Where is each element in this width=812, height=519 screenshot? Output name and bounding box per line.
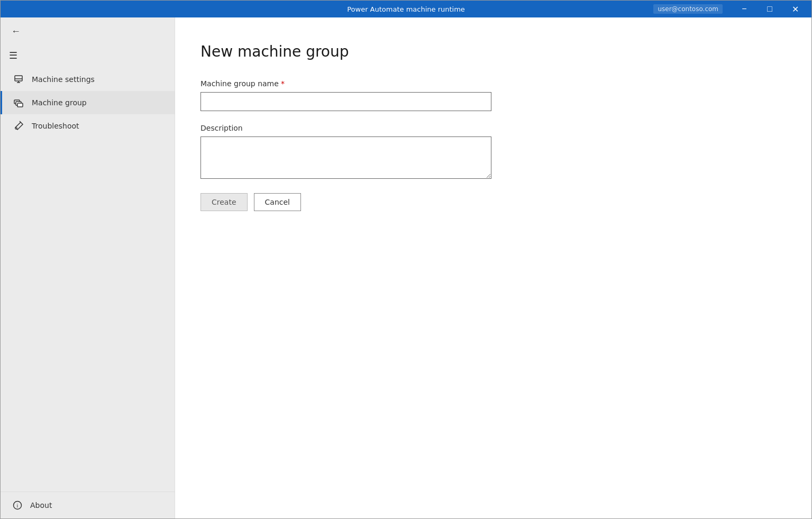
back-button[interactable]: ← <box>9 24 23 39</box>
description-field-group: Description <box>200 124 786 180</box>
machine-group-name-field-group: Machine group name* <box>200 79 786 111</box>
sidebar-item-machine-settings[interactable]: Machine settings <box>1 68 175 91</box>
sidebar-top: ← <box>1 17 175 45</box>
about-item[interactable]: i About <box>11 500 164 510</box>
back-icon: ← <box>11 26 21 37</box>
cancel-button[interactable]: Cancel <box>254 193 301 211</box>
sidebar-item-troubleshoot[interactable]: Troubleshoot <box>1 114 175 138</box>
create-button[interactable]: Create <box>200 193 248 211</box>
sidebar-nav: Machine settings Machine group <box>1 66 175 491</box>
about-label: About <box>30 501 52 509</box>
description-input[interactable] <box>200 136 491 179</box>
svg-text:i: i <box>17 503 19 508</box>
sidebar-item-machine-group[interactable]: Machine group <box>1 91 175 114</box>
titlebar-title: Power Automate machine runtime <box>272 5 540 13</box>
machine-group-name-input[interactable] <box>200 92 491 111</box>
page-title: New machine group <box>200 43 786 60</box>
svg-line-8 <box>20 121 21 122</box>
app-body: ← ☰ Machine sett <box>1 17 811 518</box>
svg-rect-0 <box>15 76 22 81</box>
titlebar-right: user@contoso.com − □ ✕ <box>540 1 807 17</box>
titlebar-account: user@contoso.com <box>653 4 723 14</box>
troubleshoot-icon <box>13 121 25 131</box>
maximize-button[interactable]: □ <box>758 1 782 17</box>
machine-settings-icon <box>13 74 25 85</box>
sidebar-item-machine-settings-label: Machine settings <box>32 75 95 84</box>
svg-rect-6 <box>17 103 23 107</box>
description-label: Description <box>200 124 786 132</box>
required-star: * <box>281 79 285 88</box>
hamburger-button[interactable]: ☰ <box>1 45 175 66</box>
machine-group-icon <box>13 97 25 108</box>
titlebar: Power Automate machine runtime user@cont… <box>1 1 811 17</box>
close-button[interactable]: ✕ <box>783 1 807 17</box>
machine-group-name-label: Machine group name* <box>200 79 786 88</box>
sidebar-item-troubleshoot-label: Troubleshoot <box>32 122 79 130</box>
button-row: Create Cancel <box>200 193 786 211</box>
hamburger-icon: ☰ <box>9 50 17 61</box>
app-window: Power Automate machine runtime user@cont… <box>0 0 812 519</box>
sidebar-item-machine-group-label: Machine group <box>32 98 87 107</box>
sidebar-bottom: i About <box>1 491 175 518</box>
about-icon: i <box>11 500 24 510</box>
minimize-button[interactable]: − <box>732 1 756 17</box>
main-content: New machine group Machine group name* De… <box>175 17 811 518</box>
sidebar: ← ☰ Machine sett <box>1 17 175 518</box>
